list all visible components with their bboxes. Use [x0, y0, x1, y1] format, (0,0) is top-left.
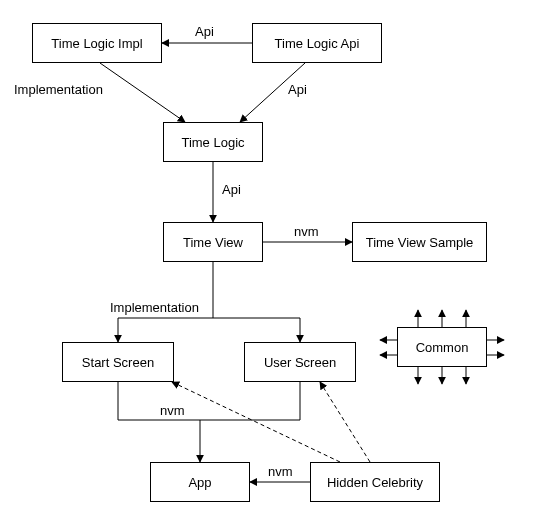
label-nvm-bottom: nvm	[268, 464, 293, 479]
edge-impl-left	[100, 63, 185, 122]
label-nvm-lower: nvm	[160, 403, 185, 418]
label-nvm-right: nvm	[294, 224, 319, 239]
diagram-canvas: Time Logic Impl Time Logic Api Time Logi…	[0, 0, 539, 531]
node-user-screen: User Screen	[244, 342, 356, 382]
node-hidden-celebrity: Hidden Celebrity	[310, 462, 440, 502]
label-api-right: Api	[288, 82, 307, 97]
edge-hidden-to-user	[320, 382, 370, 462]
label-api-mid: Api	[222, 182, 241, 197]
label-api-top: Api	[195, 24, 214, 39]
edge-hidden-to-start	[172, 382, 340, 462]
node-time-view: Time View	[163, 222, 263, 262]
edges-layer	[0, 0, 539, 531]
node-common: Common	[397, 327, 487, 367]
node-time-logic: Time Logic	[163, 122, 263, 162]
node-app: App	[150, 462, 250, 502]
label-implementation-mid: Implementation	[110, 300, 199, 315]
node-time-logic-api: Time Logic Api	[252, 23, 382, 63]
label-implementation-left: Implementation	[14, 82, 103, 97]
node-time-logic-impl: Time Logic Impl	[32, 23, 162, 63]
node-time-view-sample: Time View Sample	[352, 222, 487, 262]
node-start-screen: Start Screen	[62, 342, 174, 382]
